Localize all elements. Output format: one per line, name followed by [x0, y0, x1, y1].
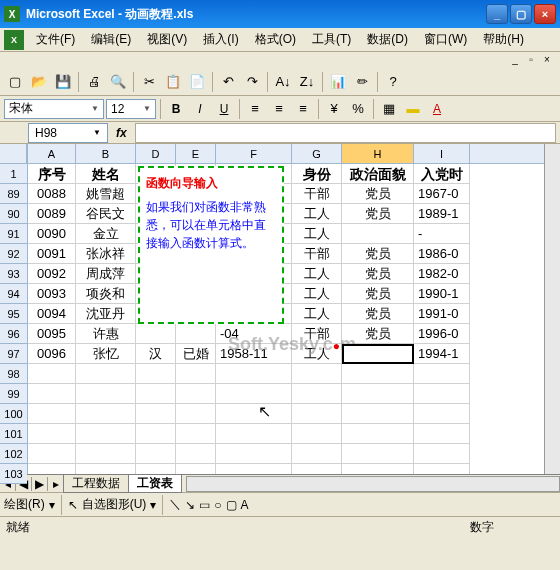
cell[interactable] — [176, 384, 216, 404]
currency-icon[interactable]: ¥ — [323, 98, 345, 120]
col-header-B[interactable]: B — [76, 144, 136, 163]
cell[interactable]: 工人 — [292, 344, 342, 364]
oval-icon[interactable]: ○ — [214, 498, 221, 512]
cell[interactable] — [342, 224, 414, 244]
cell[interactable] — [216, 364, 292, 384]
paste-icon[interactable]: 📄 — [186, 71, 208, 93]
cell[interactable]: 党员 — [342, 304, 414, 324]
tab-nav-last[interactable]: ▸ — [48, 477, 64, 491]
cell[interactable]: 干部 — [292, 244, 342, 264]
cell[interactable]: 1986-0 — [414, 244, 470, 264]
cell[interactable] — [216, 464, 292, 474]
cell[interactable] — [176, 364, 216, 384]
cell[interactable] — [28, 444, 76, 464]
row-header[interactable]: 103 — [0, 464, 27, 484]
row-header[interactable]: 90 — [0, 204, 27, 224]
rect-icon[interactable]: ▭ — [199, 498, 210, 512]
cell[interactable]: 汉 — [136, 344, 176, 364]
wordart-icon[interactable]: A — [241, 498, 249, 512]
row-header[interactable]: 94 — [0, 284, 27, 304]
cell[interactable] — [342, 424, 414, 444]
cell[interactable]: 谷民文 — [76, 204, 136, 224]
col-header-E[interactable]: E — [176, 144, 216, 163]
row-header[interactable]: 92 — [0, 244, 27, 264]
menu-view[interactable]: 视图(V) — [139, 29, 195, 50]
cell[interactable]: 沈亚丹 — [76, 304, 136, 324]
cell[interactable] — [136, 404, 176, 424]
cell[interactable]: 0088 — [28, 184, 76, 204]
cell[interactable]: 1967-0 — [414, 184, 470, 204]
cell[interactable] — [28, 364, 76, 384]
cell[interactable]: 已婚 — [176, 344, 216, 364]
cell[interactable] — [76, 424, 136, 444]
save-icon[interactable]: 💾 — [52, 71, 74, 93]
menu-insert[interactable]: 插入(I) — [195, 29, 246, 50]
row-header[interactable]: 98 — [0, 364, 27, 384]
sheet-tab-2[interactable]: 工资表 — [128, 475, 182, 493]
cell[interactable] — [76, 464, 136, 474]
name-box[interactable]: H98▼ — [28, 123, 108, 143]
autoshapes-menu[interactable]: 自选图形(U) — [82, 496, 147, 513]
cell[interactable] — [342, 444, 414, 464]
row-header[interactable]: 97 — [0, 344, 27, 364]
cell[interactable] — [176, 464, 216, 474]
vertical-scrollbar[interactable] — [544, 144, 560, 474]
bold-icon[interactable]: B — [165, 98, 187, 120]
cell[interactable]: 0094 — [28, 304, 76, 324]
sheet-tab-1[interactable]: 工程数据 — [63, 475, 129, 493]
cell[interactable] — [342, 364, 414, 384]
cell[interactable]: 0091 — [28, 244, 76, 264]
cell[interactable]: 0090 — [28, 224, 76, 244]
cell[interactable] — [28, 404, 76, 424]
cell[interactable] — [136, 384, 176, 404]
cell[interactable]: 1989-1 — [414, 204, 470, 224]
cell[interactable]: 党员 — [342, 184, 414, 204]
cell[interactable] — [292, 384, 342, 404]
cell[interactable] — [28, 384, 76, 404]
cell[interactable] — [414, 444, 470, 464]
cell[interactable]: 项炎和 — [76, 284, 136, 304]
cell[interactable]: - — [414, 224, 470, 244]
chart-icon[interactable]: 📊 — [327, 71, 349, 93]
cell[interactable] — [216, 384, 292, 404]
cell[interactable] — [292, 464, 342, 474]
cell[interactable] — [176, 424, 216, 444]
cell[interactable] — [292, 364, 342, 384]
minimize-button[interactable]: _ — [486, 4, 508, 24]
sort-desc-icon[interactable]: Z↓ — [296, 71, 318, 93]
header-cell[interactable]: 政治面貌 — [342, 164, 414, 184]
cell[interactable]: 0095 — [28, 324, 76, 344]
align-left-icon[interactable]: ≡ — [244, 98, 266, 120]
cell[interactable]: 0096 — [28, 344, 76, 364]
doc-close[interactable]: × — [540, 54, 554, 66]
menu-edit[interactable]: 编辑(E) — [83, 29, 139, 50]
row-header[interactable]: 93 — [0, 264, 27, 284]
sort-asc-icon[interactable]: A↓ — [272, 71, 294, 93]
cell[interactable]: 0093 — [28, 284, 76, 304]
cell[interactable] — [136, 424, 176, 444]
col-header-A[interactable]: A — [28, 144, 76, 163]
menu-data[interactable]: 数据(D) — [359, 29, 416, 50]
row-header[interactable]: 100 — [0, 404, 27, 424]
cell[interactable]: 周成萍 — [76, 264, 136, 284]
cell[interactable]: 干部 — [292, 324, 342, 344]
col-header-H[interactable]: H — [342, 144, 414, 163]
undo-icon[interactable]: ↶ — [217, 71, 239, 93]
font-color-icon[interactable]: A — [426, 98, 448, 120]
cell[interactable]: 0092 — [28, 264, 76, 284]
cell[interactable]: 1982-0 — [414, 264, 470, 284]
col-header-F[interactable]: F — [216, 144, 292, 163]
cell[interactable] — [216, 444, 292, 464]
cell[interactable]: 党员 — [342, 284, 414, 304]
cell[interactable] — [136, 364, 176, 384]
new-icon[interactable]: ▢ — [4, 71, 26, 93]
cell[interactable] — [414, 424, 470, 444]
cell[interactable]: 干部 — [292, 184, 342, 204]
cell[interactable]: 工人 — [292, 264, 342, 284]
italic-icon[interactable]: I — [189, 98, 211, 120]
fx-icon[interactable]: fx — [116, 126, 127, 140]
menu-file[interactable]: 文件(F) — [28, 29, 83, 50]
doc-restore[interactable]: ▫ — [524, 54, 538, 66]
cell[interactable]: 张忆 — [76, 344, 136, 364]
textbox-icon[interactable]: ▢ — [226, 498, 237, 512]
